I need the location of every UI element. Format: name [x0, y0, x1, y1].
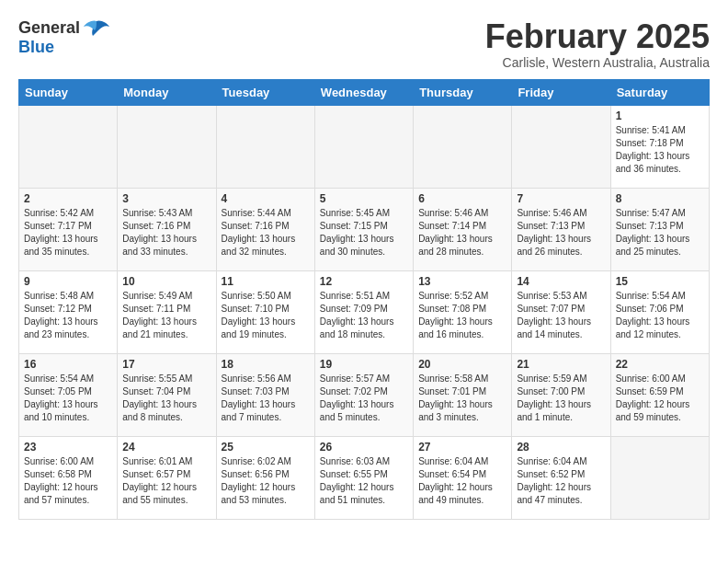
day-info: Sunrise: 6:00 AM Sunset: 6:59 PM Dayligh… [616, 373, 704, 424]
day-info: Sunrise: 6:03 AM Sunset: 6:55 PM Dayligh… [320, 455, 408, 507]
header-sunday: Sunday [19, 79, 118, 105]
title-area: February 2025 Carlisle, Western Australi… [485, 18, 710, 70]
calendar-cell: 5Sunrise: 5:45 AM Sunset: 7:15 PM Daylig… [314, 188, 413, 270]
calendar-cell: 10Sunrise: 5:49 AM Sunset: 7:11 PM Dayli… [118, 270, 216, 353]
calendar-subtitle: Carlisle, Western Australia, Australia [485, 55, 710, 70]
day-info: Sunrise: 5:52 AM Sunset: 7:08 PM Dayligh… [418, 290, 506, 341]
calendar-cell: 7Sunrise: 5:46 AM Sunset: 7:13 PM Daylig… [512, 188, 610, 270]
calendar-cell: 14Sunrise: 5:53 AM Sunset: 7:07 PM Dayli… [512, 270, 610, 353]
calendar-table: Sunday Monday Tuesday Wednesday Thursday… [18, 79, 710, 520]
day-number: 11 [222, 275, 310, 288]
day-info: Sunrise: 5:46 AM Sunset: 7:13 PM Dayligh… [517, 207, 605, 259]
calendar-week-row-1: 1Sunrise: 5:41 AM Sunset: 7:18 PM Daylig… [19, 105, 710, 188]
calendar-cell: 23Sunrise: 6:00 AM Sunset: 6:58 PM Dayli… [19, 436, 118, 519]
calendar-cell: 27Sunrise: 6:04 AM Sunset: 6:54 PM Dayli… [414, 436, 512, 519]
day-number: 4 [222, 192, 310, 205]
calendar-cell: 9Sunrise: 5:48 AM Sunset: 7:12 PM Daylig… [19, 270, 118, 353]
day-number: 19 [320, 358, 408, 371]
day-number: 23 [24, 441, 112, 454]
calendar-cell: 22Sunrise: 6:00 AM Sunset: 6:59 PM Dayli… [610, 353, 709, 436]
calendar-header-row: Sunday Monday Tuesday Wednesday Thursday… [19, 79, 710, 105]
calendar-cell: 16Sunrise: 5:54 AM Sunset: 7:05 PM Dayli… [19, 353, 118, 436]
calendar-cell: 25Sunrise: 6:02 AM Sunset: 6:56 PM Dayli… [216, 436, 314, 519]
day-info: Sunrise: 5:53 AM Sunset: 7:07 PM Dayligh… [517, 290, 605, 341]
day-info: Sunrise: 5:58 AM Sunset: 7:01 PM Dayligh… [418, 373, 506, 424]
day-info: Sunrise: 5:47 AM Sunset: 7:13 PM Dayligh… [616, 207, 704, 259]
day-number: 20 [418, 358, 506, 371]
logo: General Blue [18, 18, 109, 57]
day-info: Sunrise: 6:04 AM Sunset: 6:54 PM Dayligh… [418, 455, 506, 507]
calendar-cell: 4Sunrise: 5:44 AM Sunset: 7:16 PM Daylig… [216, 188, 314, 270]
calendar-cell: 24Sunrise: 6:01 AM Sunset: 6:57 PM Dayli… [118, 436, 216, 519]
day-number: 8 [616, 192, 704, 205]
calendar-cell: 19Sunrise: 5:57 AM Sunset: 7:02 PM Dayli… [314, 353, 413, 436]
header-tuesday: Tuesday [216, 79, 314, 105]
header: General Blue February 2025 Carlisle, Wes… [18, 18, 710, 70]
day-info: Sunrise: 6:00 AM Sunset: 6:58 PM Dayligh… [24, 455, 112, 507]
calendar-week-row-3: 9Sunrise: 5:48 AM Sunset: 7:12 PM Daylig… [19, 270, 710, 353]
day-number: 28 [517, 441, 605, 454]
day-number: 25 [222, 441, 310, 454]
day-number: 15 [616, 275, 704, 288]
day-number: 24 [122, 441, 210, 454]
day-info: Sunrise: 5:55 AM Sunset: 7:04 PM Dayligh… [122, 373, 210, 424]
header-wednesday: Wednesday [314, 79, 413, 105]
calendar-cell: 15Sunrise: 5:54 AM Sunset: 7:06 PM Dayli… [610, 270, 709, 353]
day-number: 9 [24, 275, 112, 288]
calendar-cell: 13Sunrise: 5:52 AM Sunset: 7:08 PM Dayli… [414, 270, 512, 353]
calendar-cell [19, 105, 118, 188]
day-info: Sunrise: 5:59 AM Sunset: 7:00 PM Dayligh… [517, 373, 605, 424]
calendar-cell [314, 105, 413, 188]
day-info: Sunrise: 6:04 AM Sunset: 6:52 PM Dayligh… [517, 455, 605, 507]
calendar-cell: 17Sunrise: 5:55 AM Sunset: 7:04 PM Dayli… [118, 353, 216, 436]
day-number: 16 [24, 358, 112, 371]
day-number: 22 [616, 358, 704, 371]
day-info: Sunrise: 5:45 AM Sunset: 7:15 PM Dayligh… [320, 207, 408, 259]
day-info: Sunrise: 5:56 AM Sunset: 7:03 PM Dayligh… [222, 373, 310, 424]
day-number: 14 [517, 275, 605, 288]
calendar-cell [118, 105, 216, 188]
calendar-cell: 12Sunrise: 5:51 AM Sunset: 7:09 PM Dayli… [314, 270, 413, 353]
calendar-week-row-5: 23Sunrise: 6:00 AM Sunset: 6:58 PM Dayli… [19, 436, 710, 519]
calendar-cell: 11Sunrise: 5:50 AM Sunset: 7:10 PM Dayli… [216, 270, 314, 353]
day-info: Sunrise: 5:44 AM Sunset: 7:16 PM Dayligh… [222, 207, 310, 259]
day-number: 2 [24, 192, 112, 205]
calendar-cell: 18Sunrise: 5:56 AM Sunset: 7:03 PM Dayli… [216, 353, 314, 436]
day-info: Sunrise: 5:50 AM Sunset: 7:10 PM Dayligh… [222, 290, 310, 341]
day-info: Sunrise: 5:48 AM Sunset: 7:12 PM Dayligh… [24, 290, 112, 341]
calendar-cell: 21Sunrise: 5:59 AM Sunset: 7:00 PM Dayli… [512, 353, 610, 436]
day-number: 13 [418, 275, 506, 288]
calendar-cell: 2Sunrise: 5:42 AM Sunset: 7:17 PM Daylig… [19, 188, 118, 270]
calendar-cell: 28Sunrise: 6:04 AM Sunset: 6:52 PM Dayli… [512, 436, 610, 519]
calendar-week-row-4: 16Sunrise: 5:54 AM Sunset: 7:05 PM Dayli… [19, 353, 710, 436]
calendar-cell: 8Sunrise: 5:47 AM Sunset: 7:13 PM Daylig… [610, 188, 709, 270]
calendar-cell: 6Sunrise: 5:46 AM Sunset: 7:14 PM Daylig… [414, 188, 512, 270]
day-info: Sunrise: 5:43 AM Sunset: 7:16 PM Dayligh… [122, 207, 210, 259]
header-saturday: Saturday [610, 79, 709, 105]
day-number: 18 [222, 358, 310, 371]
day-info: Sunrise: 6:02 AM Sunset: 6:56 PM Dayligh… [222, 455, 310, 507]
calendar-cell: 3Sunrise: 5:43 AM Sunset: 7:16 PM Daylig… [118, 188, 216, 270]
day-number: 12 [320, 275, 408, 288]
day-info: Sunrise: 5:54 AM Sunset: 7:06 PM Dayligh… [616, 290, 704, 341]
day-number: 10 [122, 275, 210, 288]
day-number: 17 [122, 358, 210, 371]
day-info: Sunrise: 5:41 AM Sunset: 7:18 PM Dayligh… [616, 124, 704, 176]
header-friday: Friday [512, 79, 610, 105]
day-info: Sunrise: 6:01 AM Sunset: 6:57 PM Dayligh… [122, 455, 210, 507]
day-number: 21 [517, 358, 605, 371]
day-number: 5 [320, 192, 408, 205]
day-info: Sunrise: 5:42 AM Sunset: 7:17 PM Dayligh… [24, 207, 112, 259]
header-thursday: Thursday [414, 79, 512, 105]
logo-blue-text: Blue [18, 38, 54, 57]
header-monday: Monday [118, 79, 216, 105]
calendar-week-row-2: 2Sunrise: 5:42 AM Sunset: 7:17 PM Daylig… [19, 188, 710, 270]
logo-bird-icon [84, 19, 109, 38]
day-info: Sunrise: 5:57 AM Sunset: 7:02 PM Dayligh… [320, 373, 408, 424]
day-number: 6 [418, 192, 506, 205]
day-info: Sunrise: 5:49 AM Sunset: 7:11 PM Dayligh… [122, 290, 210, 341]
day-number: 26 [320, 441, 408, 454]
calendar-cell: 1Sunrise: 5:41 AM Sunset: 7:18 PM Daylig… [610, 105, 709, 188]
day-number: 27 [418, 441, 506, 454]
calendar-cell [414, 105, 512, 188]
